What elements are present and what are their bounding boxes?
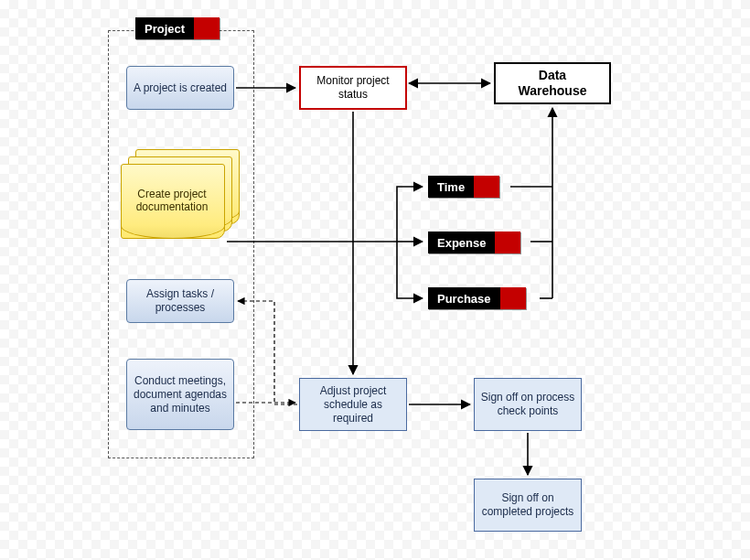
arrow-branch-purchase <box>397 242 423 298</box>
node-documentation: Create project documentation <box>121 149 241 241</box>
node-documentation-label: Create project documentation <box>126 188 218 213</box>
project-tag-color <box>194 17 220 39</box>
node-create-project: A project is created <box>126 66 234 110</box>
node-data-warehouse: Data Warehouse <box>494 62 611 104</box>
time-tag-label: Time <box>428 176 474 198</box>
node-assign-tasks: Assign tasks / processes <box>126 279 234 323</box>
project-tag-label: Project <box>135 17 194 39</box>
time-tag: Time <box>428 176 499 198</box>
node-adjust-schedule: Adjust project schedule as required <box>299 378 407 431</box>
purchase-tag: Purchase <box>428 287 526 309</box>
node-meetings-label: Conduct meetings, document agendas and m… <box>131 374 230 415</box>
arrow-branch-time <box>397 187 423 242</box>
expense-tag-label: Expense <box>428 232 495 253</box>
expense-tag: Expense <box>428 232 520 253</box>
node-monitor-label: Monitor project status <box>305 74 402 102</box>
node-meetings: Conduct meetings, document agendas and m… <box>126 359 234 430</box>
time-tag-color <box>474 176 499 198</box>
node-signoff-completed: Sign off on completed projects <box>474 479 582 532</box>
purchase-tag-label: Purchase <box>428 287 500 309</box>
project-tag: Project <box>135 17 220 39</box>
node-monitor: Monitor project status <box>299 66 407 110</box>
flow-diagram: Project A project is created Create proj… <box>0 0 750 560</box>
purchase-tag-color <box>500 287 526 309</box>
node-signoff-completed-label: Sign off on completed projects <box>478 491 577 519</box>
node-assign-tasks-label: Assign tasks / processes <box>131 287 230 315</box>
node-data-warehouse-label: Data Warehouse <box>519 68 587 100</box>
expense-tag-color <box>495 232 520 253</box>
node-adjust-schedule-label: Adjust project schedule as required <box>304 384 402 425</box>
node-signoff-checkpoints: Sign off on process check points <box>474 378 582 431</box>
node-signoff-checkpoints-label: Sign off on process check points <box>478 391 577 418</box>
node-create-project-label: A project is created <box>134 81 227 95</box>
